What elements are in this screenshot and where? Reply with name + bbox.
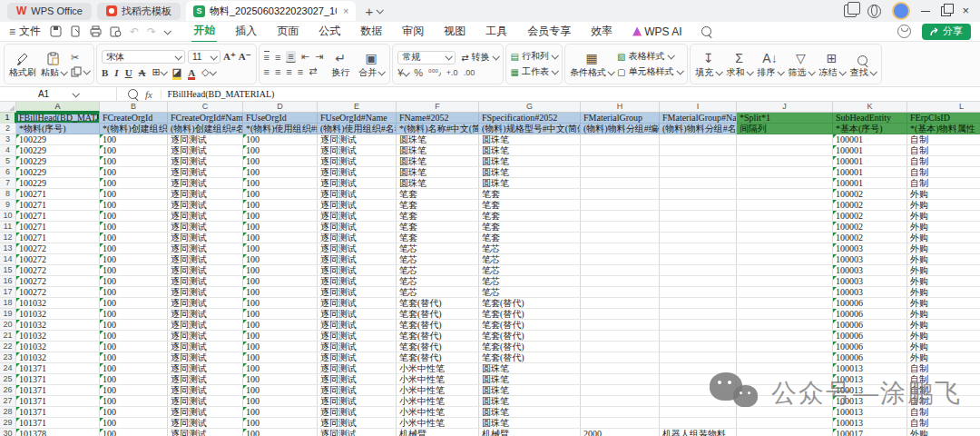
- cell-A1[interactable]: FBillHead(BD_MATERIAL): [16, 113, 100, 124]
- cell-H30[interactable]: 2000: [581, 429, 660, 436]
- row-header-1[interactable]: 1: [0, 113, 16, 124]
- cell-K11[interactable]: 100002: [833, 222, 907, 233]
- cell-K17[interactable]: 100003: [833, 287, 907, 298]
- cell-J12[interactable]: [737, 233, 833, 243]
- redo-icon[interactable]: ↷: [147, 25, 156, 38]
- cell-H23[interactable]: [581, 352, 660, 363]
- row-header-22[interactable]: 22: [0, 342, 16, 352]
- underline-button[interactable]: U: [125, 67, 132, 78]
- row-header-16[interactable]: 16: [0, 276, 16, 287]
- eraser-button[interactable]: ◇: [201, 66, 214, 78]
- cell-G13[interactable]: 笔芯: [479, 243, 581, 254]
- row-header-21[interactable]: 21: [0, 331, 16, 342]
- cell-J28[interactable]: [737, 407, 833, 418]
- cell-J1[interactable]: *Split*1: [737, 113, 833, 124]
- font-name-dropdown[interactable]: 宋体: [102, 50, 185, 64]
- cell-I5[interactable]: [660, 156, 737, 167]
- align-top-button[interactable]: ≡: [264, 51, 270, 63]
- align-left-button[interactable]: ≡: [264, 66, 270, 77]
- cell-F19[interactable]: 笔套(替代): [397, 309, 479, 320]
- cell-C23[interactable]: 逐同测试: [168, 352, 243, 363]
- cell-B18[interactable]: 100: [100, 298, 168, 309]
- cell-F30[interactable]: 机械臂: [397, 429, 479, 436]
- cell-E20[interactable]: 逐同测试: [318, 320, 397, 331]
- cell-F23[interactable]: 笔套(替代): [397, 352, 479, 363]
- cell-G10[interactable]: 笔套: [479, 211, 581, 222]
- cell-B29[interactable]: 100: [100, 418, 168, 429]
- column-header-H[interactable]: H: [581, 102, 660, 113]
- cell-A27[interactable]: 101371: [16, 396, 100, 407]
- row-header-4[interactable]: 4: [0, 145, 16, 156]
- cell-C17[interactable]: 逐同测试: [168, 287, 243, 298]
- cell-H12[interactable]: [581, 233, 660, 243]
- cell-D18[interactable]: 100: [243, 298, 318, 309]
- cell-L15[interactable]: 外购: [907, 265, 980, 276]
- cell-H8[interactable]: [581, 189, 660, 200]
- cell-D14[interactable]: 100: [243, 254, 318, 265]
- cell-J22[interactable]: [737, 342, 833, 352]
- cell-J13[interactable]: [737, 243, 833, 254]
- cell-H13[interactable]: [581, 243, 660, 254]
- cell-K16[interactable]: 100003: [833, 276, 907, 287]
- cell-K3[interactable]: 100001: [833, 134, 907, 145]
- strikethrough-button[interactable]: A: [139, 67, 146, 78]
- cell-L7[interactable]: 自制: [907, 178, 980, 189]
- cell-A21[interactable]: 101032: [16, 331, 100, 342]
- column-header-F[interactable]: F: [397, 102, 479, 113]
- row-header-7[interactable]: 7: [0, 178, 16, 189]
- cell-G3[interactable]: 圆珠笔: [479, 134, 581, 145]
- cell-B9[interactable]: 100: [100, 200, 168, 211]
- sort-button[interactable]: A↓ 排序: [757, 50, 784, 79]
- cell-D29[interactable]: 100: [243, 418, 318, 429]
- cell-L29[interactable]: 自制: [907, 418, 980, 429]
- align-center-button[interactable]: ≡: [275, 66, 280, 77]
- cell-K12[interactable]: 100002: [833, 233, 907, 243]
- cell-D10[interactable]: 100: [243, 211, 318, 222]
- format-painter-button[interactable]: 格式刷: [9, 50, 36, 79]
- cell-A25[interactable]: 101371: [16, 374, 100, 385]
- row-header-18[interactable]: 18: [0, 298, 16, 309]
- cell-D12[interactable]: 100: [243, 233, 318, 243]
- quick-access-chevron-icon[interactable]: [164, 27, 172, 35]
- cell-L9[interactable]: 外购: [907, 200, 980, 211]
- cell-L10[interactable]: 外购: [907, 211, 980, 222]
- cell-B21[interactable]: 100: [100, 331, 168, 342]
- cell-J15[interactable]: [737, 265, 833, 276]
- cell-G2[interactable]: (物料)规格型号#中文(简体): [479, 124, 581, 134]
- cell-H7[interactable]: [581, 178, 660, 189]
- cell-C18[interactable]: 逐同测试: [168, 298, 243, 309]
- cell-B28[interactable]: 100: [100, 407, 168, 418]
- cell-G7[interactable]: 圆珠笔: [479, 178, 581, 189]
- cell-B2[interactable]: *(物料)创建组织#编码: [100, 124, 168, 134]
- cell-G8[interactable]: 笔套: [479, 189, 581, 200]
- cell-C27[interactable]: 逐同测试: [168, 396, 243, 407]
- cell-J25[interactable]: [737, 374, 833, 385]
- convert-button[interactable]: ⇄转换: [461, 51, 497, 64]
- cell-J11[interactable]: [737, 222, 833, 233]
- cell-F24[interactable]: 小米中性笔: [397, 363, 479, 374]
- cell-G16[interactable]: 笔芯: [479, 276, 581, 287]
- currency-button[interactable]: ¥: [397, 67, 408, 78]
- cell-L22[interactable]: 外购: [907, 342, 980, 352]
- tab-数据[interactable]: 数据: [358, 21, 384, 42]
- cell-D17[interactable]: 100: [243, 287, 318, 298]
- cell-F22[interactable]: 笔套(替代): [397, 342, 479, 352]
- cell-B1[interactable]: FCreateOrgId: [100, 113, 168, 124]
- table-style-button[interactable]: ▧表格样式: [617, 50, 681, 63]
- cell-C14[interactable]: 逐同测试: [168, 254, 243, 265]
- cell-B19[interactable]: 100: [100, 309, 168, 320]
- cell-D2[interactable]: *(物料)使用组织#编码: [243, 124, 318, 134]
- cell-C8[interactable]: 逐同测试: [168, 189, 243, 200]
- cell-F21[interactable]: 笔套(替代): [397, 331, 479, 342]
- wrap-text-button[interactable]: ↵ 换行: [327, 50, 354, 79]
- cell-A7[interactable]: 100229: [16, 178, 100, 189]
- column-header-L[interactable]: L: [907, 102, 980, 113]
- number-format-dropdown[interactable]: 常规: [397, 51, 456, 64]
- cell-D27[interactable]: 100: [243, 396, 318, 407]
- cell-E7[interactable]: 逐同测试: [318, 178, 397, 189]
- cell-G11[interactable]: 笔套: [479, 222, 581, 233]
- cell-C26[interactable]: 逐同测试: [168, 385, 243, 396]
- decrease-font-button[interactable]: A⁻: [239, 51, 251, 63]
- eye-protection-icon[interactable]: [897, 25, 911, 38]
- cell-L20[interactable]: 外购: [907, 320, 980, 331]
